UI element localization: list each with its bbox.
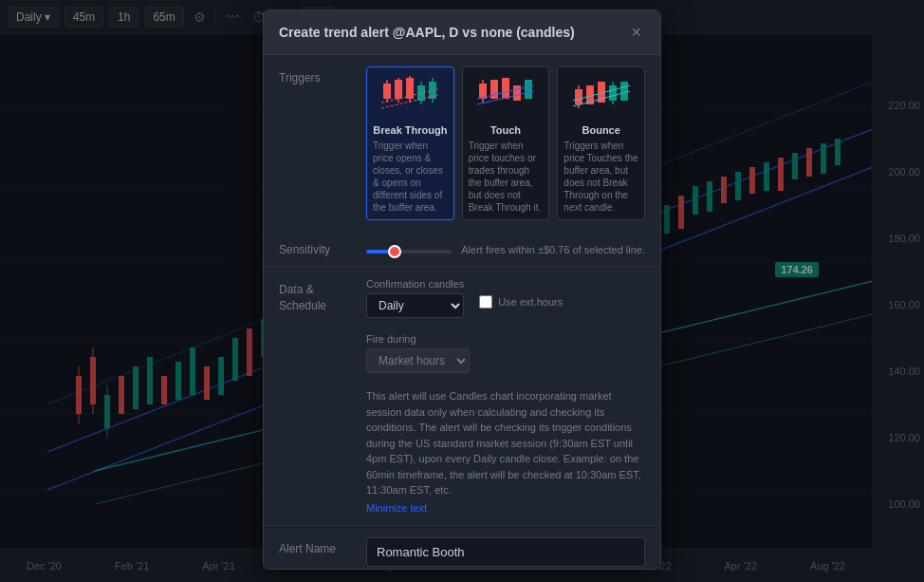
data-schedule-section: Data & Schedule Confirmation candles Dai… [264,267,660,526]
data-schedule-content: Confirmation candles Daily Use ext.hours [366,278,645,373]
ext-hours-checkbox[interactable] [479,295,492,309]
sensitivity-content: Alert fires within ±$0.76 of selected li… [366,242,645,256]
modal-title: Create trend alert @AAPL, D vs none (can… [279,25,575,40]
touch-title: Touch [469,124,544,136]
svg-rect-57 [513,85,521,101]
data-schedule-label: Data & Schedule [279,278,355,314]
bounce-icon [564,73,638,121]
alert-name-input[interactable] [366,537,645,567]
alert-name-section: Alert Name We will display this name on … [264,526,660,571]
bounce-title: Bounce [564,124,638,136]
fire-during-field: Fire during Market hours [366,333,470,373]
confirmation-label: Confirmation candles [366,278,464,290]
modal-body: Triggers [264,55,660,570]
ext-hours-container: Use ext.hours [479,278,563,309]
trigger-card-break-through[interactable]: Break Through Trigger when price opens &… [366,66,454,220]
triggers-section: Triggers [264,55,660,233]
confirmation-field: Confirmation candles Daily [366,278,464,318]
modal-dialog: Create trend alert @AAPL, D vs none (can… [263,9,661,570]
svg-rect-55 [490,80,498,99]
modal-header: Create trend alert @AAPL, D vs none (can… [264,10,660,55]
sensitivity-slider-container [366,242,452,256]
svg-rect-67 [620,82,628,101]
trigger-cards: Break Through Trigger when price opens &… [366,66,645,220]
touch-desc: Trigger when price touches or trades thr… [469,140,544,214]
modal-overlay: Create trend alert @AAPL, D vs none (can… [0,0,924,582]
trigger-card-touch[interactable]: Touch Trigger when price touches or trad… [462,66,550,220]
ds-fields: Confirmation candles Daily Use ext.hours [366,278,645,373]
modal-close-button[interactable]: × [627,22,645,43]
confirmation-select[interactable]: Daily [366,293,464,318]
fire-during-label: Fire during [366,333,470,345]
sensitivity-label: Sensitivity [279,243,355,256]
trigger-card-bounce[interactable]: Bounce Triggers when price Touches the b… [557,66,645,220]
bounce-desc: Triggers when price Touches the buffer a… [564,140,638,214]
ds-info-container: This alert will use Candles chart incorp… [279,381,645,514]
break-through-title: Break Through [373,124,448,136]
break-through-icon [373,73,448,121]
sensitivity-slider[interactable] [366,250,452,253]
svg-rect-56 [502,78,509,99]
sensitivity-section: Sensitivity Alert fires within ±$0.76 of… [264,233,660,267]
triggers-content: Break Through Trigger when price opens &… [366,66,645,220]
break-through-desc: Trigger when price opens & closes, or cl… [373,140,448,214]
touch-icon [469,73,544,121]
ext-hours-label: Use ext.hours [498,296,563,308]
alert-name-content: We will display this name on charts and … [366,537,645,571]
fire-during-select[interactable]: Market hours [366,348,470,373]
alert-name-label: Alert Name [279,537,355,557]
svg-rect-58 [525,80,532,99]
triggers-label: Triggers [279,66,355,86]
sensitivity-info: Alert fires within ±$0.76 of selected li… [461,244,645,255]
ds-info-text: This alert will use Candles chart incorp… [366,388,645,498]
minimize-text-link[interactable]: Minimize text [366,502,645,514]
